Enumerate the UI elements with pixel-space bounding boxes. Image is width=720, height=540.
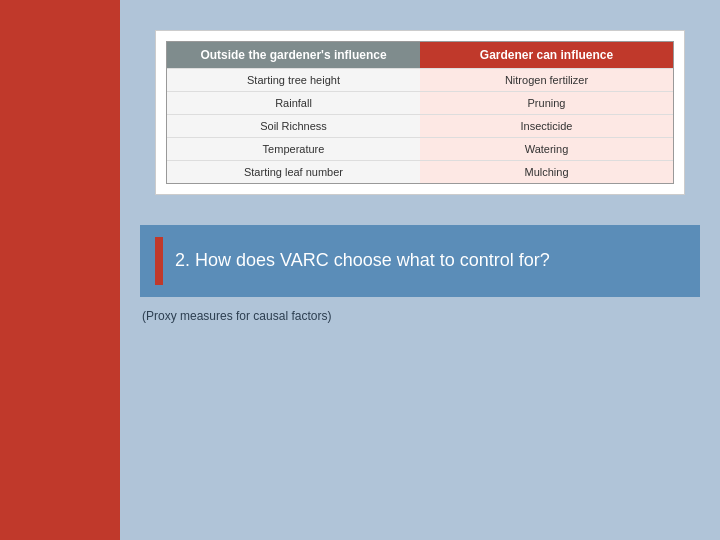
table-row: Temperature	[167, 137, 420, 160]
left-column: Outside the gardener's influence Startin…	[167, 42, 420, 183]
question-box: 2. How does VARC choose what to control …	[140, 225, 700, 297]
table-row: Nitrogen fertilizer	[420, 68, 673, 91]
bottom-section: 2. How does VARC choose what to control …	[140, 225, 700, 327]
table-row: Starting tree height	[167, 68, 420, 91]
table-row: Pruning	[420, 91, 673, 114]
comparison-table: Outside the gardener's influence Startin…	[166, 41, 674, 184]
main-content: Outside the gardener's influence Startin…	[120, 0, 720, 540]
table-row: Insecticide	[420, 114, 673, 137]
table-row: Soil Richness	[167, 114, 420, 137]
table-row: Starting leaf number	[167, 160, 420, 183]
question-text: 2. How does VARC choose what to control …	[175, 249, 550, 272]
table-row: Mulching	[420, 160, 673, 183]
table-row: Rainfall	[167, 91, 420, 114]
question-accent-bar	[155, 237, 163, 285]
table-row: Watering	[420, 137, 673, 160]
left-column-header: Outside the gardener's influence	[167, 42, 420, 68]
sidebar	[0, 0, 120, 540]
table-section: Outside the gardener's influence Startin…	[155, 30, 685, 195]
subtitle-text: (Proxy measures for causal factors)	[140, 305, 700, 327]
right-column: Gardener can influence Nitrogen fertiliz…	[420, 42, 673, 183]
right-column-header: Gardener can influence	[420, 42, 673, 68]
